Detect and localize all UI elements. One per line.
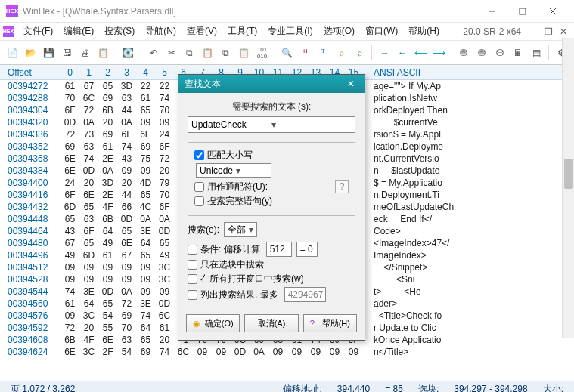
back-icon[interactable]: ⟵	[412, 45, 429, 61]
onlysel-checkbox[interactable]	[188, 260, 197, 270]
row-text[interactable]: <ImageIndex>47</	[366, 237, 574, 249]
menu-window[interactable]: 窗口(W)	[360, 25, 403, 38]
paste-hex-icon[interactable]: 📋	[236, 45, 253, 61]
encoding-combo[interactable]: Unicode▾	[196, 163, 271, 178]
row-text[interactable]: rsion$ = My.Appl	[366, 128, 574, 140]
row-text[interactable]: $currentVe	[366, 116, 574, 128]
row-text[interactable]: n</Title>	[366, 346, 574, 358]
copy-icon[interactable]: ⧉	[182, 45, 198, 61]
save-icon[interactable]: 💾	[41, 45, 57, 61]
dialog-titlebar[interactable]: 查找文本 ✕	[178, 75, 365, 93]
undo-icon[interactable]: ↶	[145, 45, 162, 61]
scrollbar-thumb[interactable]	[564, 159, 573, 189]
open-disk-icon[interactable]: 💽	[120, 45, 137, 61]
replace-icon[interactable]: ⌕	[351, 45, 368, 61]
save-all-icon[interactable]: 🖫	[59, 45, 76, 61]
find-icon[interactable]: 🔍	[279, 45, 296, 61]
cut-icon[interactable]: ✂	[163, 45, 180, 61]
disk3-icon[interactable]: ⛁	[492, 45, 508, 61]
minimize-button[interactable]	[477, 1, 507, 22]
menu-help[interactable]: 帮助(H)	[403, 25, 445, 38]
forward-icon[interactable]: ⟶	[430, 45, 447, 61]
maximize-button[interactable]	[507, 1, 538, 22]
ok-button[interactable]: ◉ 确定(O)	[186, 314, 240, 332]
menu-options[interactable]: 选项(O)	[318, 25, 360, 38]
calc-icon[interactable]: 🖩	[510, 45, 526, 61]
wildcard-char-button[interactable]: ?	[335, 180, 349, 193]
condition-value1[interactable]: 512	[266, 242, 292, 257]
new-file-icon[interactable]: 📄	[5, 45, 21, 61]
hex-row[interactable]: 003946246E3C2F5469746C09090D0A0909090909…	[0, 346, 574, 358]
vertical-scrollbar[interactable]	[562, 38, 574, 338]
condition-value2[interactable]: = 0	[296, 242, 318, 257]
row-text[interactable]: nt.CurrentVersio	[366, 153, 574, 165]
row-offset: 00394528	[0, 273, 61, 286]
menu-nav[interactable]: 导航(N)	[140, 25, 182, 38]
properties-icon[interactable]: 📋	[95, 45, 112, 61]
row-text[interactable]: </Snippet>	[366, 261, 574, 273]
row-text[interactable]: <Sni	[366, 273, 574, 286]
row-text[interactable]: r Update to Clic	[366, 322, 574, 334]
open-folder-icon[interactable]: 📂	[23, 45, 39, 61]
wholeword-checkbox[interactable]	[194, 196, 204, 206]
menu-search[interactable]: 搜索(S)	[99, 25, 140, 38]
listres-checkbox[interactable]	[188, 290, 197, 300]
mdi-minimize-button[interactable]: ─	[526, 25, 540, 39]
menu-edit[interactable]: 编辑(E)	[58, 25, 99, 38]
close-button[interactable]	[538, 1, 568, 22]
row-text[interactable]: n $lastUpdate	[366, 165, 574, 177]
menu-file[interactable]: 文件(F)	[18, 25, 58, 38]
row-text[interactable]: kOnce Applicatio	[366, 334, 574, 346]
bits-icon[interactable]: 101010	[254, 45, 271, 61]
copy-hex-icon[interactable]: ⧉	[218, 45, 234, 61]
row-text[interactable]: plication.IsNetw	[366, 92, 574, 104]
row-text[interactable]: eck End If</	[366, 213, 574, 225]
direction-combo[interactable]: 全部▾	[224, 222, 257, 237]
paste-icon[interactable]: 📋	[200, 45, 216, 61]
row-text[interactable]: n.Deployment.Ti	[366, 189, 574, 201]
direction-label: 搜索(e):	[188, 224, 219, 236]
row-text[interactable]: $ = My.Applicatio	[366, 177, 574, 189]
row-text[interactable]: Code>	[366, 225, 574, 237]
menu-ptools[interactable]: 专业工具(I)	[262, 25, 318, 38]
row-text[interactable]: orkDeployed Then	[366, 104, 574, 116]
condition-checkbox[interactable]	[188, 245, 197, 255]
row-text[interactable]: ader>	[366, 298, 574, 310]
ram-icon[interactable]: ▤	[528, 45, 545, 61]
listres-max-input[interactable]: 4294967	[284, 287, 326, 302]
disk1-icon[interactable]: ⛃	[455, 45, 472, 61]
search-text-combo[interactable]: UpdateCheck ▾	[188, 116, 355, 133]
row-offset: 00394416	[0, 189, 61, 201]
wildcard-checkbox[interactable]	[194, 182, 204, 192]
row-offset: 00394368	[0, 153, 61, 165]
row-text[interactable]: ImageIndex>	[366, 249, 574, 261]
window-title: WinHex - [QWhale.Syntax.Parsers.dll]	[23, 6, 477, 17]
row-text[interactable]: t> <He	[366, 286, 574, 298]
row-text[interactable]: meOfLastUpdateCh	[366, 201, 574, 213]
dialog-title: 查找文本	[185, 78, 343, 91]
row-offset: 00394304	[0, 104, 61, 116]
row-text[interactable]: ication.Deployme	[366, 140, 574, 153]
allwin-checkbox[interactable]	[188, 274, 197, 284]
allwin-label: 在所有打开窗口中搜索(w)	[200, 273, 304, 286]
row-bytes[interactable]: 6E3C2F5469746C09090D0A0909090909	[61, 346, 366, 358]
ok-icon: ◉	[193, 319, 202, 328]
disk2-icon[interactable]: ⛃	[473, 45, 490, 61]
menu-view[interactable]: 查看(V)	[182, 25, 222, 38]
goto-icon[interactable]: →	[376, 45, 392, 61]
find-hex-icon[interactable]: ᴴ	[297, 45, 314, 61]
mdi-doc-icon: HEX	[3, 26, 14, 37]
menu-tools[interactable]: 工具(T)	[222, 25, 262, 38]
cancel-button[interactable]: 取消(A)	[244, 314, 298, 332]
mdi-close-button[interactable]: ✕	[557, 25, 570, 39]
print-icon[interactable]: 🖨	[77, 45, 94, 61]
help-button[interactable]: ? 帮助(H)	[303, 314, 357, 332]
dialog-close-button[interactable]: ✕	[343, 76, 358, 91]
mdi-restore-button[interactable]: ❐	[541, 25, 555, 39]
goto-back-icon[interactable]: ←	[394, 45, 411, 61]
row-text[interactable]: <Title>Check fo	[366, 310, 574, 322]
row-text[interactable]: age=""> If My.Ap	[366, 80, 574, 92]
find-text-icon[interactable]: ᵀ	[315, 45, 332, 61]
find-again-icon[interactable]: ⌕	[333, 45, 349, 61]
matchcase-checkbox[interactable]	[194, 150, 204, 160]
